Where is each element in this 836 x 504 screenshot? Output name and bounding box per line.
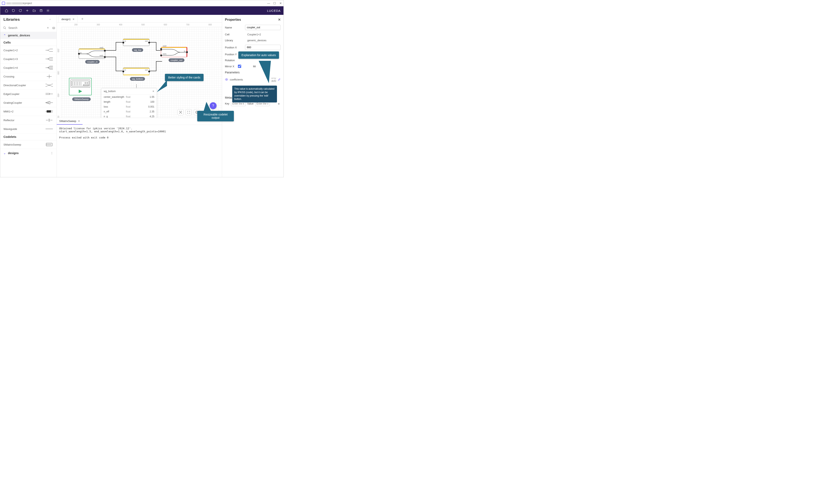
main-toolbar: test LUCEDA <box>0 6 284 15</box>
window-close-button[interactable]: ✕ <box>280 2 282 4</box>
crossing-icon <box>45 74 53 79</box>
window-path: xxxx xxxxxxxxxicproject <box>6 2 32 5</box>
smatrixsweep-icon <box>45 142 53 147</box>
directionalcoupler-icon <box>45 83 53 88</box>
svg-point-2 <box>3 27 5 28</box>
cells-subheader: Cells <box>0 39 57 46</box>
visibility-icon[interactable] <box>225 78 228 81</box>
library-value: generic_devices <box>247 39 266 42</box>
svg-point-8 <box>87 82 88 83</box>
canvas[interactable]: 200 300 400 500 600 700 800 -200 -300 -4… <box>57 23 222 118</box>
console-tab-smatrixsweep[interactable]: SMatrixSweep ✕ <box>57 118 82 124</box>
close-properties-icon[interactable]: ✕ <box>278 18 281 22</box>
node-wg-top[interactable]: in out wg_top <box>123 39 150 46</box>
svg-point-11 <box>180 112 181 113</box>
search-icon <box>3 26 6 30</box>
cell-item-coupler1x3[interactable]: Coupler1×3 <box>0 55 57 63</box>
waveguide-icon <box>45 127 53 131</box>
svg-point-1 <box>48 10 49 11</box>
document-title: test <box>416 9 420 13</box>
sidebar-title: Libraries <box>3 17 20 22</box>
new-folder-icon[interactable] <box>52 26 56 29</box>
codelets-subheader: Codelets <box>0 133 57 140</box>
cell-item-mmi1x2[interactable]: MMI1×2 <box>0 107 57 116</box>
edgecoupler-icon <box>45 92 53 96</box>
folder-icon[interactable] <box>31 7 38 14</box>
svg-rect-6 <box>72 81 89 86</box>
close-tab-icon[interactable]: ✕ <box>72 18 75 21</box>
reflector-icon <box>45 118 53 122</box>
property-popup-card: wg_bottom ✕ center_wavelengthfloat1.55 l… <box>101 88 157 118</box>
properties-panel: Properties ✕ Name CellCoupler1×2 Library… <box>222 15 284 177</box>
section-generic-devices[interactable]: ⌃ generic_devices <box>0 32 57 39</box>
node-wg-bottom[interactable]: in out wg_bottom <box>123 68 150 75</box>
gratingcoupler-icon <box>45 100 53 105</box>
callout-auto: Explanation for auto values <box>238 52 279 59</box>
coupler1x3-icon <box>45 57 53 61</box>
mirrorx-checkbox[interactable] <box>238 65 241 68</box>
ruler-left: -200 -300 -400 -500 <box>57 27 61 118</box>
add-metadata-icon[interactable]: ＋ <box>277 101 281 106</box>
cell-item-gratingcoupler[interactable]: GratingCoupler <box>0 98 57 107</box>
ruler-top: 200 300 400 500 600 700 800 <box>61 23 222 27</box>
play-icon[interactable]: ▶ <box>71 89 90 94</box>
node-coupler-in[interactable]: in out2 out1 coupler_in <box>79 49 105 59</box>
callout-cards: Better styling of the cards <box>165 74 204 81</box>
cell-item-coupler1x2[interactable]: Coupler1×2 <box>0 46 57 55</box>
posx-input[interactable] <box>245 45 281 50</box>
app-icon <box>2 2 5 5</box>
cell-item-coupler1x4[interactable]: Coupler1×4 <box>0 63 57 72</box>
chevron-down-icon: ⌄ <box>3 152 6 155</box>
svg-point-7 <box>85 82 86 83</box>
coupler1x2-icon <box>45 48 53 53</box>
svg-marker-15 <box>259 61 271 83</box>
cell-item-waveguide[interactable]: Waveguide <box>0 124 57 133</box>
cell-value: Coupler1×2 <box>247 33 261 36</box>
save-icon[interactable] <box>38 7 44 14</box>
svg-marker-14 <box>203 102 211 112</box>
fit-icon[interactable] <box>186 109 192 115</box>
add-icon[interactable] <box>24 7 31 14</box>
console-output: Obtained license for ipkiss version '202… <box>57 125 222 177</box>
focus-icon[interactable] <box>177 109 184 115</box>
search-input[interactable] <box>8 26 44 30</box>
close-popup-icon[interactable]: ✕ <box>152 90 154 93</box>
cell-item-crossing[interactable]: Crossing <box>0 72 57 81</box>
brand-logo: LUCEDA <box>267 9 281 13</box>
svg-marker-10 <box>157 80 167 92</box>
redo-icon[interactable] <box>17 7 24 14</box>
cell-item-reflector[interactable]: Reflector <box>0 116 57 124</box>
svg-rect-4 <box>47 110 51 112</box>
node-smatrixsweep[interactable]: ▶ <box>69 78 92 95</box>
window-titlebar: xxxx xxxxxxxxxicproject — ☐ ✕ <box>0 0 284 6</box>
settings-icon[interactable] <box>44 7 52 14</box>
node-coupler-out[interactable]: in out2 out1 coupler_out <box>161 47 187 57</box>
coupler1x4-icon <box>45 65 53 70</box>
tab-design1[interactable]: design1 ✕ <box>58 16 78 22</box>
libraries-sidebar: Libraries ‹ ＋ ⌃ generic_devices Cells Co… <box>0 15 57 177</box>
cell-item-directionalcoupler[interactable]: DirectionalCoupler <box>0 81 57 90</box>
collapse-sidebar-icon[interactable]: ‹ <box>50 18 53 21</box>
svg-rect-9 <box>83 84 88 85</box>
callout-resize: Resizeable codelet output <box>197 111 234 121</box>
window-minimize-button[interactable]: — <box>267 2 270 4</box>
mmi1x2-icon <box>45 109 53 114</box>
name-input[interactable] <box>245 25 281 30</box>
popup-title: wg_bottom <box>104 90 116 93</box>
add-library-icon[interactable]: ＋ <box>46 26 50 30</box>
properties-title: Properties <box>225 18 241 22</box>
undo-icon[interactable] <box>10 7 17 14</box>
home-icon[interactable] <box>3 7 10 14</box>
edit-param-icon[interactable] <box>278 78 281 81</box>
section-designs[interactable]: ⌄ designs ⋮ <box>0 149 57 157</box>
sweep-label: SMatrixSweep <box>72 97 91 101</box>
add-tab-button[interactable]: ＋ <box>78 15 86 22</box>
close-console-tab-icon[interactable]: ✕ <box>78 119 80 122</box>
more-icon[interactable]: ⋮ <box>51 152 53 155</box>
editor-tabs: design1 ✕ ＋ <box>57 15 222 23</box>
window-maximize-button[interactable]: ☐ <box>273 2 276 4</box>
svg-point-16 <box>226 79 227 80</box>
cell-item-edgecoupler[interactable]: EdgeCoupler <box>0 90 57 98</box>
chevron-up-icon: ⌃ <box>3 34 6 37</box>
codelet-item-smatrixsweep[interactable]: SMatrixSweep <box>0 140 57 149</box>
